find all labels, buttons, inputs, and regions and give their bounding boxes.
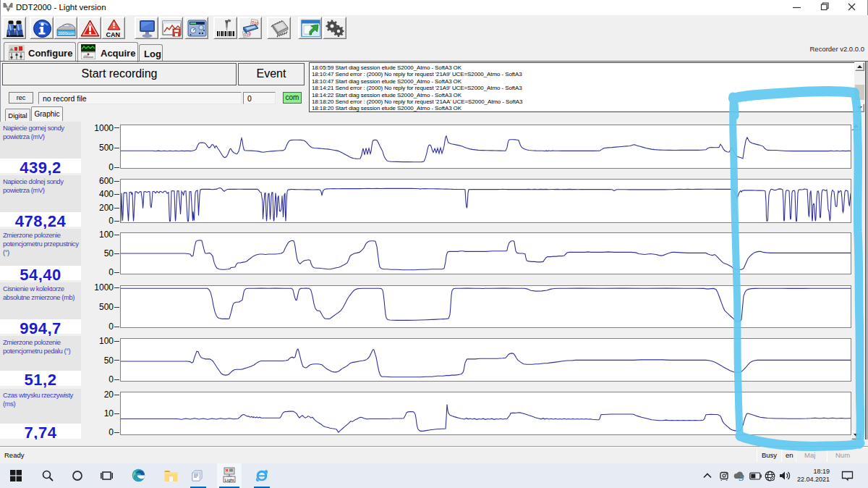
svg-text:Light: Light	[225, 478, 234, 482]
svg-text:010: 010	[244, 31, 252, 37]
svg-text:CAN: CAN	[106, 31, 121, 38]
svg-text:2000ccm: 2000ccm	[59, 31, 75, 35]
